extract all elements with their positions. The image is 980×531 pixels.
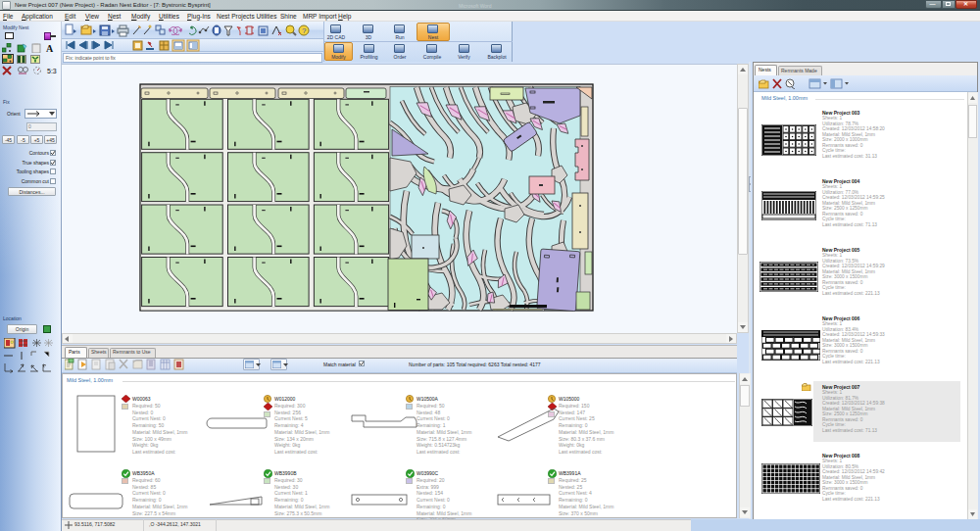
svg-text:A: A: [46, 43, 54, 53]
svg-text:5:3: 5:3: [47, 68, 57, 74]
svg-text:?: ?: [302, 26, 307, 35]
